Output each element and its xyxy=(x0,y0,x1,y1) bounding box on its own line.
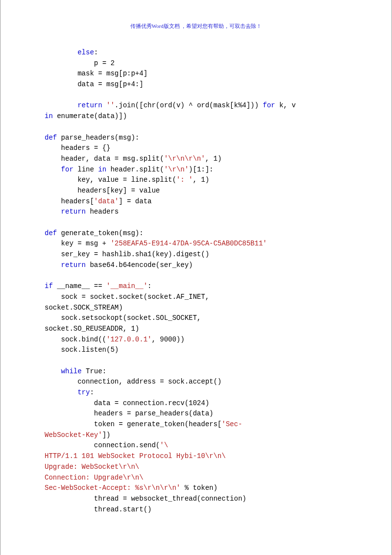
code-line: Upgrade: WebSocket\r\n\ xyxy=(45,463,139,471)
code-line: return base64.b64encode(ser_key) xyxy=(45,261,193,269)
code-line xyxy=(45,271,49,279)
code-line: Connection: Upgrade\r\n\ xyxy=(45,474,144,482)
code-line xyxy=(45,357,49,364)
code-line: return ''.join([chr(ord(v) ^ ord(mask[k%… xyxy=(45,101,300,109)
code-line: header, data = msg.split('\r\n\r\n', 1) xyxy=(45,155,221,163)
code-line: ser_key = hashlib.sha1(key).digest() xyxy=(45,250,209,258)
code-line: headers = parse_headers(data) xyxy=(45,410,213,417)
code-line: while True: xyxy=(45,367,106,375)
code-line: headers[key] = value xyxy=(45,187,160,194)
code-line: socket.SOCK_STREAM) xyxy=(45,304,123,312)
code-line xyxy=(45,218,49,226)
code-line: headers['data'] = data xyxy=(45,197,151,205)
code-line: else: xyxy=(45,48,98,56)
code-line: sock.listen(5) xyxy=(45,346,119,354)
code-line: WebSocket-Key']) xyxy=(45,431,110,439)
code-line: sock.setsockopt(socket.SOL_SOCKET, xyxy=(45,314,205,322)
code-line xyxy=(45,91,49,99)
code-line: def generate_token(msg): xyxy=(45,229,144,237)
code-line: try: xyxy=(45,388,94,396)
code-line: thread.start() xyxy=(45,506,151,513)
code-line: HTTP/1.1 101 WebSocket Protocol Hybi-10\… xyxy=(45,452,226,460)
code-line: headers = {} xyxy=(45,144,110,152)
code-line: Sec-WebSocket-Accept: %s\r\n\r\n' % toke… xyxy=(45,484,218,492)
code-line: data = msg[p+4:] xyxy=(45,80,144,88)
code-line: data = connection.recv(1024) xyxy=(45,399,209,407)
code-line: sock = socket.socket(socket.AF_INET, xyxy=(45,293,213,301)
code-line: for line in header.split('\r\n')[1:]: xyxy=(45,166,214,173)
code-line: thread = websocket_thread(connection) xyxy=(45,495,246,503)
code-line: socket.SO_REUSEADDR, 1) xyxy=(45,325,139,333)
header-note: 传播优秀Word版文档 ，希望对您有帮助，可双击去除！ xyxy=(45,22,347,30)
code-line xyxy=(45,123,49,131)
code-line: def parse_headers(msg): xyxy=(45,134,139,142)
code-line: token = generate_token(headers['Sec- xyxy=(45,420,242,428)
code-line: p = 2 xyxy=(45,59,115,67)
code-line: key, value = line.split(': ', 1) xyxy=(45,176,209,184)
code-line: sock.bind(('127.0.0.1', 9000)) xyxy=(45,336,185,343)
code-line: connection.send('\ xyxy=(45,441,168,449)
code-line: if __name__ == '__main__': xyxy=(45,282,151,290)
document-page: 传播优秀Word版文档 ，希望对您有帮助，可双击去除！ else: p = 2 … xyxy=(0,0,392,555)
code-line: mask = msg[p:p+4] xyxy=(45,70,147,77)
code-line: in enumerate(data)]) xyxy=(45,112,127,120)
code-line: connection, address = sock.accept() xyxy=(45,378,221,386)
code-line: return headers xyxy=(45,208,119,216)
code-block: else: p = 2 mask = msg[p:p+4] data = msg… xyxy=(45,48,347,515)
code-line: key = msg + '258EAFA5-E914-47DA-95CA-C5A… xyxy=(45,240,267,247)
